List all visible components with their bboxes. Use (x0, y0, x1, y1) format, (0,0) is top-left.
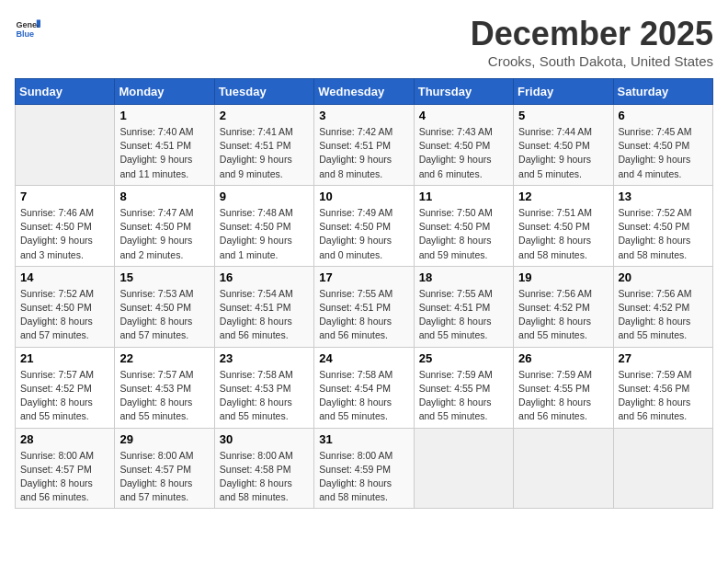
day-number: 18 (419, 270, 508, 284)
day-info: Sunrise: 7:58 AMSunset: 4:53 PMDaylight:… (220, 368, 309, 424)
calendar-cell: 21Sunrise: 7:57 AMSunset: 4:52 PMDayligh… (16, 347, 115, 428)
weekday-wednesday: Wednesday (314, 79, 414, 105)
day-info: Sunrise: 7:41 AMSunset: 4:51 PMDaylight:… (220, 125, 309, 181)
calendar-cell: 26Sunrise: 7:59 AMSunset: 4:55 PMDayligh… (514, 347, 613, 428)
calendar-cell: 29Sunrise: 8:00 AMSunset: 4:57 PMDayligh… (115, 428, 214, 509)
day-info: Sunrise: 7:45 AMSunset: 4:50 PMDaylight:… (619, 125, 708, 181)
day-number: 15 (119, 270, 209, 284)
calendar-cell: 12Sunrise: 7:51 AMSunset: 4:50 PMDayligh… (514, 185, 613, 266)
day-info: Sunrise: 7:55 AMSunset: 4:51 PMDaylight:… (319, 287, 408, 343)
svg-text:Blue: Blue (16, 29, 34, 39)
calendar-cell: 27Sunrise: 7:59 AMSunset: 4:56 PMDayligh… (613, 347, 712, 428)
day-info: Sunrise: 7:48 AMSunset: 4:50 PMDaylight:… (220, 206, 309, 262)
calendar-header: SundayMondayTuesdayWednesdayThursdayFrid… (16, 79, 713, 105)
calendar-week-1: 1Sunrise: 7:40 AMSunset: 4:51 PMDaylight… (16, 105, 713, 186)
day-info: Sunrise: 7:56 AMSunset: 4:52 PMDaylight:… (619, 287, 708, 343)
calendar-cell: 19Sunrise: 7:56 AMSunset: 4:52 PMDayligh… (514, 266, 613, 347)
calendar-week-3: 14Sunrise: 7:52 AMSunset: 4:50 PMDayligh… (16, 266, 713, 347)
calendar-title: December 2025 (471, 15, 713, 53)
day-info: Sunrise: 7:56 AMSunset: 4:52 PMDaylight:… (518, 287, 608, 343)
day-number: 8 (119, 190, 209, 203)
day-number: 16 (220, 270, 309, 284)
day-number: 9 (220, 190, 309, 203)
day-info: Sunrise: 7:52 AMSunset: 4:50 PMDaylight:… (20, 287, 109, 343)
day-number: 30 (220, 432, 309, 446)
calendar-cell: 31Sunrise: 8:00 AMSunset: 4:59 PMDayligh… (314, 428, 414, 509)
calendar-cell: 7Sunrise: 7:46 AMSunset: 4:50 PMDaylight… (16, 185, 115, 266)
calendar-cell: 24Sunrise: 7:58 AMSunset: 4:54 PMDayligh… (314, 347, 414, 428)
day-info: Sunrise: 7:55 AMSunset: 4:51 PMDaylight:… (419, 287, 508, 343)
calendar-cell: 25Sunrise: 7:59 AMSunset: 4:55 PMDayligh… (414, 347, 513, 428)
day-number: 3 (319, 109, 408, 122)
day-info: Sunrise: 7:57 AMSunset: 4:52 PMDaylight:… (20, 368, 109, 424)
day-number: 23 (220, 351, 309, 365)
calendar-cell: 5Sunrise: 7:44 AMSunset: 4:50 PMDaylight… (514, 105, 613, 186)
day-info: Sunrise: 7:59 AMSunset: 4:55 PMDaylight:… (419, 368, 508, 424)
calendar-cell: 20Sunrise: 7:56 AMSunset: 4:52 PMDayligh… (613, 266, 712, 347)
title-block: December 2025 Crooks, South Dakota, Unit… (471, 15, 713, 69)
calendar-cell: 6Sunrise: 7:45 AMSunset: 4:50 PMDaylight… (613, 105, 712, 186)
day-info: Sunrise: 7:47 AMSunset: 4:50 PMDaylight:… (119, 206, 209, 262)
calendar-cell (16, 105, 115, 186)
calendar-week-4: 21Sunrise: 7:57 AMSunset: 4:52 PMDayligh… (16, 347, 713, 428)
calendar-cell (414, 428, 513, 509)
weekday-saturday: Saturday (613, 79, 712, 105)
weekday-thursday: Thursday (414, 79, 513, 105)
calendar-cell: 23Sunrise: 7:58 AMSunset: 4:53 PMDayligh… (214, 347, 313, 428)
calendar-cell: 16Sunrise: 7:54 AMSunset: 4:51 PMDayligh… (214, 266, 313, 347)
day-number: 10 (319, 190, 408, 203)
day-number: 11 (419, 190, 508, 203)
day-number: 24 (319, 351, 408, 365)
day-number: 6 (619, 109, 708, 122)
day-number: 5 (518, 109, 608, 122)
day-info: Sunrise: 8:00 AMSunset: 4:59 PMDaylight:… (319, 449, 408, 505)
calendar-week-2: 7Sunrise: 7:46 AMSunset: 4:50 PMDaylight… (16, 185, 713, 266)
day-info: Sunrise: 7:46 AMSunset: 4:50 PMDaylight:… (20, 206, 109, 262)
day-info: Sunrise: 7:44 AMSunset: 4:50 PMDaylight:… (518, 125, 608, 181)
calendar-cell: 14Sunrise: 7:52 AMSunset: 4:50 PMDayligh… (16, 266, 115, 347)
logo: General Blue (15, 15, 40, 40)
calendar-cell (613, 428, 712, 509)
calendar-cell: 22Sunrise: 7:57 AMSunset: 4:53 PMDayligh… (115, 347, 214, 428)
day-info: Sunrise: 8:00 AMSunset: 4:58 PMDaylight:… (220, 449, 309, 505)
day-number: 22 (119, 351, 209, 365)
logo-icon: General Blue (15, 15, 40, 40)
day-info: Sunrise: 7:42 AMSunset: 4:51 PMDaylight:… (319, 125, 408, 181)
day-number: 14 (20, 270, 109, 284)
calendar-cell: 18Sunrise: 7:55 AMSunset: 4:51 PMDayligh… (414, 266, 513, 347)
weekday-monday: Monday (115, 79, 214, 105)
day-number: 7 (20, 190, 109, 203)
day-info: Sunrise: 7:50 AMSunset: 4:50 PMDaylight:… (419, 206, 508, 262)
day-number: 17 (319, 270, 408, 284)
day-info: Sunrise: 8:00 AMSunset: 4:57 PMDaylight:… (20, 449, 109, 505)
day-number: 25 (419, 351, 508, 365)
calendar-cell: 1Sunrise: 7:40 AMSunset: 4:51 PMDaylight… (115, 105, 214, 186)
weekday-friday: Friday (514, 79, 613, 105)
day-number: 2 (220, 109, 309, 122)
calendar-body: 1Sunrise: 7:40 AMSunset: 4:51 PMDaylight… (16, 105, 713, 509)
calendar-cell: 4Sunrise: 7:43 AMSunset: 4:50 PMDaylight… (414, 105, 513, 186)
day-info: Sunrise: 7:52 AMSunset: 4:50 PMDaylight:… (619, 206, 708, 262)
day-info: Sunrise: 7:57 AMSunset: 4:53 PMDaylight:… (119, 368, 209, 424)
day-info: Sunrise: 7:51 AMSunset: 4:50 PMDaylight:… (518, 206, 608, 262)
calendar-cell: 10Sunrise: 7:49 AMSunset: 4:50 PMDayligh… (314, 185, 414, 266)
day-info: Sunrise: 7:59 AMSunset: 4:56 PMDaylight:… (619, 368, 708, 424)
calendar-cell: 13Sunrise: 7:52 AMSunset: 4:50 PMDayligh… (613, 185, 712, 266)
calendar-cell: 17Sunrise: 7:55 AMSunset: 4:51 PMDayligh… (314, 266, 414, 347)
day-info: Sunrise: 7:54 AMSunset: 4:51 PMDaylight:… (220, 287, 309, 343)
day-info: Sunrise: 7:43 AMSunset: 4:50 PMDaylight:… (419, 125, 508, 181)
calendar-cell: 8Sunrise: 7:47 AMSunset: 4:50 PMDaylight… (115, 185, 214, 266)
calendar-cell: 30Sunrise: 8:00 AMSunset: 4:58 PMDayligh… (214, 428, 313, 509)
page-header: General Blue December 2025 Crooks, South… (15, 15, 713, 69)
day-number: 19 (518, 270, 608, 284)
calendar-cell: 2Sunrise: 7:41 AMSunset: 4:51 PMDaylight… (214, 105, 313, 186)
calendar-cell: 3Sunrise: 7:42 AMSunset: 4:51 PMDaylight… (314, 105, 414, 186)
day-info: Sunrise: 7:53 AMSunset: 4:50 PMDaylight:… (119, 287, 209, 343)
calendar-table: SundayMondayTuesdayWednesdayThursdayFrid… (15, 78, 713, 509)
day-info: Sunrise: 7:59 AMSunset: 4:55 PMDaylight:… (518, 368, 608, 424)
calendar-week-5: 28Sunrise: 8:00 AMSunset: 4:57 PMDayligh… (16, 428, 713, 509)
day-number: 4 (419, 109, 508, 122)
day-number: 13 (619, 190, 708, 203)
day-number: 28 (20, 432, 109, 446)
calendar-cell: 11Sunrise: 7:50 AMSunset: 4:50 PMDayligh… (414, 185, 513, 266)
